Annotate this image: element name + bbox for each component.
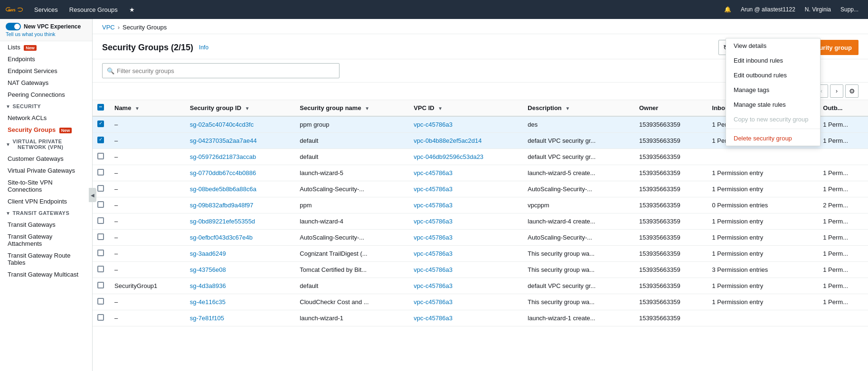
sidebar-item-site-to-site-vpn[interactable]: Site-to-Site VPN Connections	[0, 176, 92, 195]
sidebar-item-endpoints[interactable]: Endpoints	[0, 53, 92, 65]
bell-icon[interactable]: 🔔	[720, 4, 735, 15]
row-checkbox[interactable]	[97, 314, 104, 321]
new-vpc-toggle[interactable]	[6, 23, 21, 30]
row-sg-id[interactable]: sg-4e116c35	[185, 294, 295, 310]
support-nav[interactable]: Supp...	[837, 4, 862, 15]
row-checkbox-cell[interactable]	[93, 246, 110, 262]
col-sg-id[interactable]: Security group ID ▼	[185, 100, 295, 116]
row-sg-id[interactable]: sg-43756e08	[185, 262, 295, 278]
sidebar-collapse-handle[interactable]: ◀	[89, 188, 96, 202]
menu-manage-tags[interactable]: Manage tags	[726, 83, 820, 97]
col-outbound[interactable]: Outb...	[818, 100, 868, 116]
menu-copy-new[interactable]: Copy to new security group	[726, 112, 820, 127]
row-sg-id[interactable]: sg-0efbcf043d3c67e4b	[185, 230, 295, 246]
row-vpc-id[interactable]: vpc-c45786a3	[409, 246, 523, 262]
col-owner[interactable]: Owner	[634, 100, 708, 116]
resource-groups-nav[interactable]: Resource Groups	[66, 4, 122, 15]
row-checkbox-cell[interactable]	[93, 133, 110, 149]
row-vpc-id[interactable]: vpc-c45786a3	[409, 262, 523, 278]
row-vpc-id[interactable]: vpc-c45786a3	[409, 278, 523, 294]
row-checkbox-cell[interactable]	[93, 230, 110, 246]
row-checkbox-cell[interactable]	[93, 278, 110, 294]
row-checkbox-cell[interactable]	[93, 310, 110, 326]
row-vpc-id[interactable]: vpc-c45786a3	[409, 165, 523, 181]
row-sg-id[interactable]: sg-02a5c40740c4cd3fc	[185, 116, 295, 133]
select-all-checkbox[interactable]	[97, 104, 104, 111]
row-checkbox[interactable]	[97, 233, 104, 240]
col-sg-name[interactable]: Security group name ▼	[295, 100, 409, 116]
sidebar-item-client-vpn[interactable]: Client VPN Endpoints	[0, 195, 92, 207]
col-description[interactable]: Description ▼	[523, 100, 634, 116]
menu-delete[interactable]: Delete security group	[726, 131, 820, 146]
row-checkbox[interactable]	[97, 282, 104, 288]
row-sg-id[interactable]: sg-08bede5b8b6a88c6a	[185, 181, 295, 197]
select-all-header[interactable]	[93, 100, 110, 116]
row-sg-id[interactable]: sg-09b832afbd9a48f97	[185, 197, 295, 213]
row-checkbox[interactable]	[97, 298, 104, 305]
row-checkbox-cell[interactable]	[93, 116, 110, 133]
region-nav[interactable]: N. Virginia	[801, 4, 835, 15]
row-vpc-id[interactable]: vpc-c45786a3	[409, 310, 523, 326]
row-checkbox[interactable]	[97, 250, 104, 256]
row-sg-id[interactable]: sg-0770ddb67cc4b0886	[185, 165, 295, 181]
row-sg-id[interactable]: sg-059726d21873accab	[185, 149, 295, 165]
row-checkbox[interactable]	[97, 121, 104, 127]
row-checkbox-cell[interactable]	[93, 165, 110, 181]
row-checkbox-cell[interactable]	[93, 294, 110, 310]
info-link[interactable]: Info	[199, 44, 208, 51]
menu-manage-stale[interactable]: Manage stale rules	[726, 97, 820, 112]
sidebar-section-transit[interactable]: ▼ TRANSIT GATEWAYS	[0, 207, 92, 219]
sidebar-item-tgw-multicast[interactable]: Transit Gateway Multicast	[0, 269, 92, 280]
row-vpc-id[interactable]: vpc-c45786a3	[409, 181, 523, 197]
row-vpc-id[interactable]: vpc-c45786a3	[409, 294, 523, 310]
breadcrumb-vpc[interactable]: VPC	[102, 24, 115, 31]
table-settings-button[interactable]: ⚙	[845, 84, 859, 98]
row-outbound: 1 Perm...	[818, 116, 868, 133]
user-nav[interactable]: Arun @ aliastest1122	[737, 4, 799, 15]
row-vpc-id[interactable]: vpc-c45786a3	[409, 213, 523, 230]
row-sg-id[interactable]: sg-04237035a2aa7ae44	[185, 133, 295, 149]
row-vpc-id[interactable]: vpc-c45786a3	[409, 230, 523, 246]
sidebar-item-tgw-route-tables[interactable]: Transit Gateway Route Tables	[0, 250, 92, 269]
bookmark-nav[interactable]: ★	[125, 4, 139, 15]
sidebar-section-vpn[interactable]: ▼ VIRTUAL PRIVATE NETWORK (VPN)	[0, 136, 92, 153]
row-checkbox[interactable]	[97, 217, 104, 224]
sidebar-section-security[interactable]: ▼ SECURITY	[0, 101, 92, 112]
next-page-button[interactable]: ›	[830, 84, 843, 98]
sidebar-item-network-acls[interactable]: Network ACLs	[0, 112, 92, 124]
row-sg-id[interactable]: sg-7e81f105	[185, 310, 295, 326]
row-checkbox[interactable]	[97, 266, 104, 272]
menu-edit-outbound[interactable]: Edit outbound rules	[726, 68, 820, 83]
col-vpc-id[interactable]: VPC ID ▼	[409, 100, 523, 116]
row-checkbox-cell[interactable]	[93, 149, 110, 165]
sidebar-item-peering[interactable]: Peering Connections	[0, 89, 92, 101]
menu-edit-inbound[interactable]: Edit inbound rules	[726, 53, 820, 68]
sidebar-item-nat-gateways[interactable]: NAT Gateways	[0, 77, 92, 89]
sidebar-item-lists[interactable]: Lists New	[0, 41, 92, 53]
row-vpc-id[interactable]: vpc-c45786a3	[409, 116, 523, 133]
row-checkbox[interactable]	[97, 153, 104, 159]
menu-view-details[interactable]: View details	[726, 38, 820, 53]
sidebar-item-security-groups[interactable]: Security Groups New	[0, 124, 92, 136]
row-vpc-id[interactable]: vpc-0b4b88e2ef5ac2d14	[409, 133, 523, 149]
row-checkbox[interactable]	[97, 169, 104, 176]
row-checkbox-cell[interactable]	[93, 213, 110, 230]
row-checkbox[interactable]	[97, 185, 104, 192]
row-checkbox-cell[interactable]	[93, 262, 110, 278]
services-nav[interactable]: Services	[30, 4, 62, 15]
sidebar-item-customer-gateways[interactable]: Customer Gateways	[0, 153, 92, 165]
row-sg-id[interactable]: sg-3aad6249	[185, 246, 295, 262]
sidebar-feedback-link[interactable]: Tell us what you think	[6, 31, 86, 37]
col-name[interactable]: Name ▼	[110, 100, 185, 116]
row-checkbox[interactable]	[97, 201, 104, 208]
filter-input[interactable]	[102, 63, 340, 78]
row-checkbox[interactable]	[97, 137, 104, 143]
row-sg-id[interactable]: sg-0bd89221efe55355d	[185, 213, 295, 230]
row-sg-id[interactable]: sg-4d3a8936	[185, 278, 295, 294]
sidebar-item-endpoint-services[interactable]: Endpoint Services	[0, 65, 92, 77]
sidebar-item-tgw-attachments[interactable]: Transit Gateway Attachments	[0, 231, 92, 250]
sidebar-item-transit-gateways[interactable]: Transit Gateways	[0, 219, 92, 231]
row-vpc-id[interactable]: vpc-046db92596c53da23	[409, 149, 523, 165]
row-vpc-id[interactable]: vpc-c45786a3	[409, 197, 523, 213]
sidebar-item-virtual-private-gateways[interactable]: Virtual Private Gateways	[0, 165, 92, 176]
